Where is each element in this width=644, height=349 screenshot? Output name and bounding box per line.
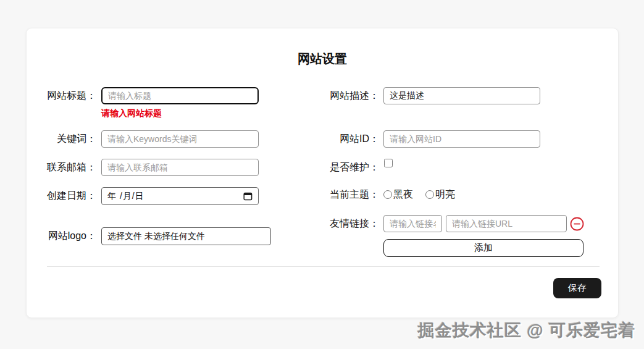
site-title-error: 请输入网站标题 [101,108,162,119]
theme-options: 黑夜 明亮 [383,186,467,203]
create-date-label: 创建日期： [27,187,96,204]
links-label: 友情链接： [274,215,379,232]
theme-light-radio[interactable] [425,190,434,199]
keywords-label: 关键词： [27,130,96,148]
create-date-input[interactable]: 年 /月/日 [101,187,259,205]
footer-divider [47,266,600,267]
site-id-input[interactable] [383,130,540,148]
theme-dark-label: 黑夜 [393,186,413,203]
logo-label: 网站logo： [27,227,96,245]
remove-link-button[interactable] [570,217,584,231]
date-value: 年 /月/日 [107,191,243,202]
link-name-input[interactable] [383,215,442,232]
site-title-input[interactable] [101,87,259,104]
page-title: 网站设置 [27,51,618,67]
save-button[interactable]: 保存 [553,278,601,298]
minus-circle-icon [570,217,584,231]
theme-option-light[interactable]: 明亮 [425,186,455,203]
maintenance-row [384,159,393,167]
link-url-input[interactable] [446,215,567,232]
site-id-label: 网站ID： [274,130,379,148]
theme-dark-radio[interactable] [383,190,392,199]
theme-label: 当前主题： [274,186,379,203]
site-title-label: 网站标题： [27,87,96,104]
theme-light-label: 明亮 [435,186,455,203]
email-label: 联系邮箱： [27,159,96,176]
description-label: 网站描述： [274,87,379,104]
keywords-input[interactable] [101,130,259,148]
calendar-icon[interactable] [243,191,253,201]
maintenance-label: 是否维护： [274,159,379,176]
theme-option-dark[interactable]: 黑夜 [383,186,413,203]
watermark-text: 掘金技术社区 @ 可乐爱宅着 [418,319,635,342]
description-input[interactable] [383,87,540,104]
add-link-button[interactable]: 添加 [383,239,583,257]
website-settings-card: 网站设置 网站标题： 请输入网站标题 关键词： 联系邮箱： 创建日期： 年 /月… [26,28,619,318]
logo-file-input[interactable]: 选择文件 未选择任何文件 [101,227,271,245]
maintenance-checkbox[interactable] [384,159,393,167]
email-input[interactable] [101,159,259,176]
file-input-text: 选择文件 未选择任何文件 [107,231,205,242]
